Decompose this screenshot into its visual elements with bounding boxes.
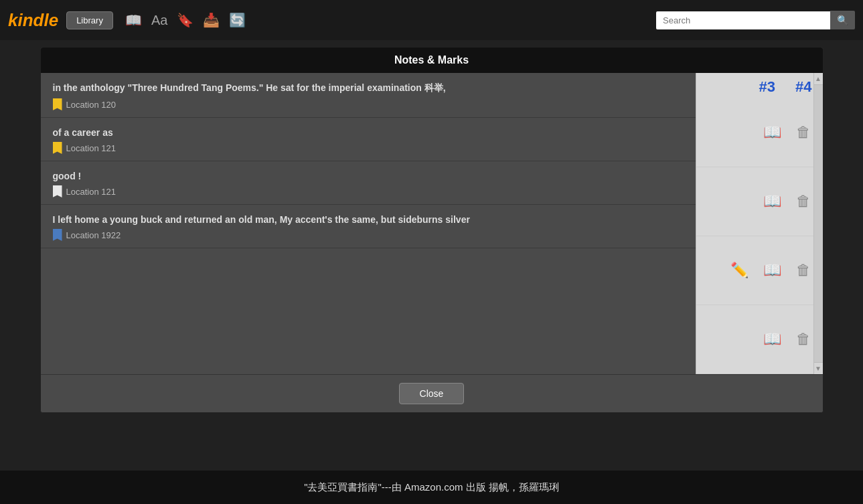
delete-icon-4[interactable]: 🗑	[796, 331, 811, 348]
library-button[interactable]: Library	[66, 11, 113, 29]
note-item-1[interactable]: in the anthology "Three Hundred Tang Poe…	[41, 73, 696, 118]
bookmark-yellow-icon-1	[53, 98, 62, 110]
note-text-4: I left home a young buck and returned an…	[53, 214, 684, 225]
edit-icon-3[interactable]: ✏️	[730, 262, 749, 279]
delete-icon-1[interactable]: 🗑	[796, 124, 811, 141]
toolbar-icons: 📖 Aa 🔖 📥 🔄	[125, 12, 656, 28]
modal-title: Notes & Marks	[394, 54, 469, 66]
bottom-bar-text: "去美亞買書指南"---由 Amazon.com 出版 揚帆，孫羅瑪琍	[304, 481, 559, 494]
location-label-1: Location 120	[66, 100, 116, 110]
go-to-book-icon-3[interactable]: 📖	[763, 262, 781, 279]
action-row-2: 📖 🗑	[696, 167, 823, 236]
note-location-1: Location 120	[53, 98, 684, 110]
scrollbar-track: ▲ ▼	[813, 73, 823, 374]
search-area: 🔍	[656, 11, 855, 29]
note-text-1: in the anthology "Three Hundred Tang Poe…	[53, 82, 684, 94]
bookmark-blue-icon-4	[53, 229, 62, 241]
delete-icon-3[interactable]: 🗑	[796, 262, 811, 279]
action-row-4: 📖 🗑	[696, 305, 823, 374]
note-text-3: good !	[53, 171, 684, 181]
note-item-4[interactable]: I left home a young buck and returned an…	[41, 205, 696, 248]
location-label-2: Location 121	[66, 143, 116, 153]
label-4: #4	[795, 78, 811, 96]
go-to-book-icon-4[interactable]: 📖	[763, 331, 781, 348]
notes-list: in the anthology "Three Hundred Tang Poe…	[41, 73, 696, 374]
location-label-3: Location 121	[66, 187, 116, 197]
font-icon[interactable]: Aa	[151, 13, 167, 28]
scrollbar-down-button[interactable]: ▼	[814, 362, 823, 374]
search-button[interactable]: 🔍	[830, 11, 855, 29]
bookmark-white-icon-3	[53, 185, 62, 197]
kindle-logo: kindle	[8, 10, 58, 31]
modal-body: in the anthology "Three Hundred Tang Poe…	[41, 73, 823, 374]
modal-footer: Close	[41, 374, 823, 412]
highlight-icon[interactable]: 📥	[203, 12, 220, 28]
reader-background: Notes & Marks in the anthology "Three Hu…	[0, 40, 863, 471]
bookmark-yellow-icon-2	[53, 142, 62, 154]
label-3: #3	[759, 78, 775, 96]
note-text-2: of a career as	[53, 127, 684, 138]
go-to-book-icon-2[interactable]: 📖	[763, 193, 781, 210]
close-button[interactable]: Close	[399, 383, 465, 404]
scrollbar-up-button[interactable]: ▲	[814, 73, 823, 85]
note-location-4: Location 1922	[53, 229, 684, 241]
search-input[interactable]	[656, 11, 830, 29]
note-location-2: Location 121	[53, 142, 684, 154]
bottom-bar: "去美亞買書指南"---由 Amazon.com 出版 揚帆，孫羅瑪琍	[0, 471, 863, 504]
modal-header: Notes & Marks	[41, 48, 823, 73]
bookmark-icon[interactable]: 🔖	[177, 12, 193, 28]
action-labels-row: #3 #4	[696, 73, 823, 98]
refresh-icon[interactable]: 🔄	[229, 12, 246, 28]
notes-marks-modal: Notes & Marks in the anthology "Three Hu…	[40, 47, 823, 413]
note-item-3[interactable]: good ! Location 121	[41, 161, 696, 205]
go-to-book-icon-1[interactable]: 📖	[763, 124, 781, 141]
action-row-3: ✏️ 📖 🗑	[696, 236, 823, 305]
note-item-2[interactable]: of a career as Location 121	[41, 118, 696, 161]
book-icon[interactable]: 📖	[125, 12, 142, 28]
modal-overlay: Notes & Marks in the anthology "Three Hu…	[0, 40, 863, 471]
action-row-1: 📖 🗑	[696, 98, 823, 167]
location-label-4: Location 1922	[66, 230, 121, 240]
toolbar: kindle Library 📖 Aa 🔖 📥 🔄 🔍	[0, 0, 863, 40]
action-panel: #3 #4 📖 🗑 📖 🗑 ✏️	[696, 73, 823, 374]
note-location-3: Location 121	[53, 185, 684, 197]
delete-icon-2[interactable]: 🗑	[796, 193, 811, 210]
